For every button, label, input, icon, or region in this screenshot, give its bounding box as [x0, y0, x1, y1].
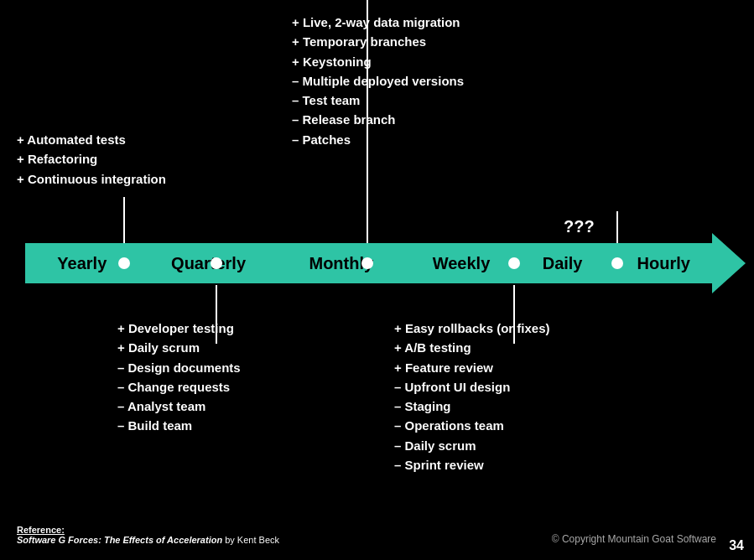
weekly-item-2: + A/B testing — [394, 338, 550, 357]
quarterly-item-5: – Analyst team — [117, 397, 241, 416]
weekly-item-3: + Feature review — [394, 358, 550, 377]
vline-daily-up — [616, 211, 618, 243]
label-daily: Daily — [518, 254, 607, 273]
timeline: Yearly Quarterly Monthly Weekly Daily Ho… — [25, 243, 746, 283]
vline-yearly-up — [123, 197, 125, 243]
quarterly-item-4: – Change requests — [117, 377, 241, 397]
slide: + Automated tests + Refactoring + Contin… — [0, 0, 754, 560]
monthly-item-6: – Release branch — [292, 110, 464, 129]
label-weekly: Weekly — [404, 254, 518, 273]
dot-daily — [611, 257, 623, 269]
monthly-content-block: + Live, 2-way data migration + Temporary… — [292, 13, 464, 149]
daily-question-block: ??? — [564, 214, 595, 240]
weekly-item-7: – Daily scrum — [394, 436, 550, 455]
monthly-item-1: + Live, 2-way data migration — [292, 13, 464, 32]
quarterly-item-1: + Developer testing — [117, 319, 241, 338]
reference-label: Reference: — [17, 525, 65, 535]
book-title: Software G Forces: The Effects of Accele… — [17, 535, 222, 545]
quarterly-item-3: – Design documents — [117, 358, 241, 377]
dot-yearly — [118, 257, 130, 269]
yearly-item-2: + Refactoring — [17, 149, 166, 169]
yearly-item-1: + Automated tests — [17, 130, 166, 149]
page-number: 34 — [729, 538, 744, 553]
label-monthly: Monthly — [278, 254, 404, 273]
monthly-item-4: – Multiple deployed versions — [292, 71, 464, 91]
quarterly-item-6: – Build team — [117, 416, 241, 435]
author-name: by Kent Beck — [222, 535, 279, 545]
monthly-item-2: + Temporary branches — [292, 32, 464, 51]
weekly-item-4: – Upfront UI design — [394, 377, 550, 397]
dot-monthly — [361, 257, 373, 269]
dot-quarterly — [211, 257, 222, 269]
monthly-item-5: – Test team — [292, 91, 464, 110]
copyright-text: © Copyright Mountain Goat Software — [552, 533, 716, 545]
reference-block: Reference: Software G Forces: The Effect… — [17, 525, 279, 545]
weekly-item-5: – Staging — [394, 397, 550, 416]
label-hourly: Hourly — [606, 254, 720, 273]
yearly-item-3: + Continuous integration — [17, 169, 166, 189]
label-quarterly: Quarterly — [139, 254, 278, 273]
vline-monthly-up — [367, 0, 368, 243]
weekly-item-8: – Sprint review — [394, 455, 550, 474]
weekly-item-6: – Operations team — [394, 416, 550, 435]
monthly-item-3: + Keystoning — [292, 52, 464, 71]
monthly-item-7: – Patches — [292, 130, 464, 149]
quarterly-item-2: + Daily scrum — [117, 338, 241, 357]
weekly-content-block: + Easy rollbacks (or fixes) + A/B testin… — [394, 319, 550, 474]
weekly-item-1: + Easy rollbacks (or fixes) — [394, 319, 550, 338]
daily-question-text: ??? — [564, 217, 595, 236]
dot-weekly — [508, 257, 520, 269]
yearly-content-block: + Automated tests + Refactoring + Contin… — [17, 130, 166, 189]
quarterly-content-block: + Developer testing + Daily scrum – Desi… — [117, 319, 241, 436]
